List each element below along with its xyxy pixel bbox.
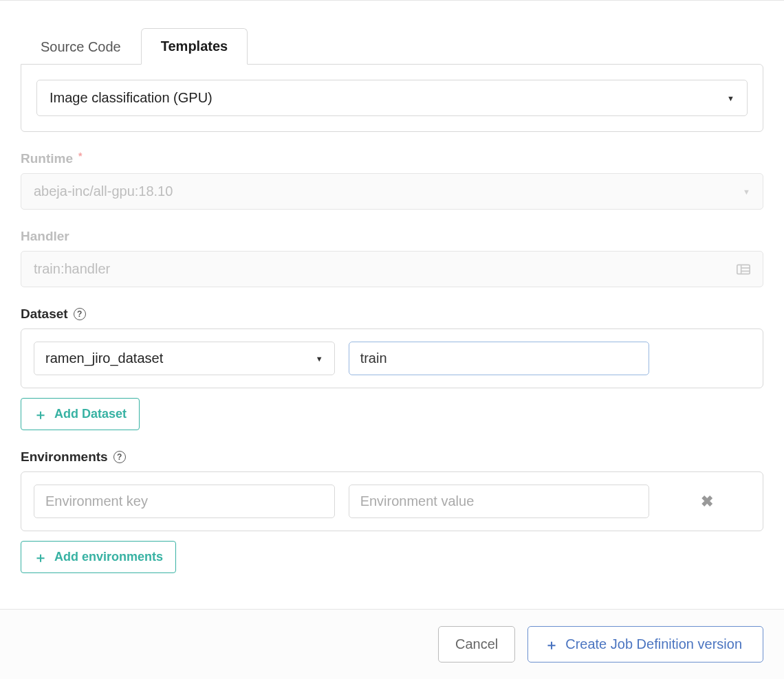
runtime-select: abeja-inc/all-gpu:18.10 ▼ (21, 173, 763, 210)
chevron-down-icon: ▼ (727, 94, 734, 102)
svg-rect-0 (737, 265, 750, 274)
dataset-select-value: ramen_jiro_dataset (45, 350, 163, 366)
runtime-label: Runtime* (21, 151, 763, 166)
delete-environment-button[interactable]: ✖ (663, 493, 750, 511)
create-job-definition-version-button[interactable]: ＋ Create Job Definition version (527, 626, 763, 663)
environment-value-input[interactable] (349, 485, 650, 518)
add-dataset-button[interactable]: ＋ Add Dataset (21, 398, 140, 430)
runtime-value: abeja-inc/all-gpu:18.10 (34, 183, 173, 199)
help-icon[interactable]: ? (74, 308, 86, 320)
add-environments-button[interactable]: ＋ Add environments (21, 541, 176, 573)
handler-input: train:handler (21, 251, 763, 287)
environment-row: ✖ (21, 471, 763, 531)
tab-templates[interactable]: Templates (141, 28, 248, 65)
form-icon (737, 264, 750, 275)
footer-actions: Cancel ＋ Create Job Definition version (0, 609, 784, 679)
environment-key-input[interactable] (34, 485, 335, 518)
cancel-button[interactable]: Cancel (438, 626, 515, 663)
template-select-value: Image classification (GPU) (50, 90, 213, 106)
chevron-down-icon: ▼ (743, 188, 750, 196)
tabs: Source Code Templates (21, 28, 763, 64)
environments-label: Environments ? (21, 449, 763, 465)
template-panel: Image classification (GPU) ▼ (21, 64, 763, 132)
template-select[interactable]: Image classification (GPU) ▼ (36, 80, 748, 116)
handler-value: train:handler (34, 261, 110, 277)
handler-label: Handler (21, 229, 763, 244)
chevron-down-icon: ▼ (316, 355, 323, 363)
help-icon[interactable]: ? (113, 451, 126, 463)
dataset-row: ramen_jiro_dataset ▼ (21, 329, 763, 388)
dataset-select[interactable]: ramen_jiro_dataset ▼ (34, 342, 335, 375)
dataset-label: Dataset ? (21, 307, 763, 322)
tab-source-code[interactable]: Source Code (21, 29, 141, 65)
dataset-name-input[interactable] (349, 342, 650, 375)
required-marker: * (78, 151, 82, 162)
close-icon: ✖ (701, 493, 713, 510)
